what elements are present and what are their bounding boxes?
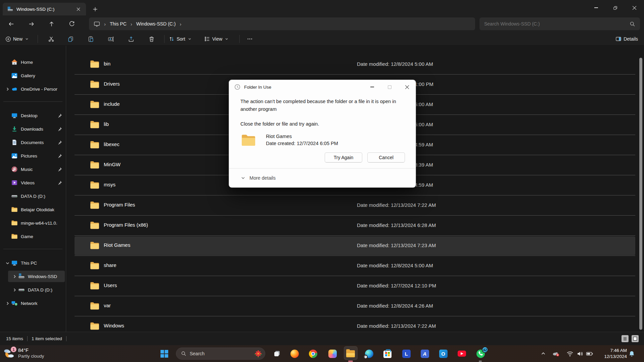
sidebar-item-videos[interactable]: Videos xyxy=(1,177,65,188)
wifi-tray-button[interactable] xyxy=(566,350,573,357)
dialog-close-button[interactable] xyxy=(398,80,416,94)
chrome-button[interactable] xyxy=(309,349,317,358)
task-view-icon xyxy=(274,350,280,357)
sidebar-item-home[interactable]: Home xyxy=(1,56,65,68)
sidebar-item-data-d-d[interactable]: DATA D (D:) xyxy=(8,284,65,296)
expand-chevron-icon[interactable] xyxy=(4,261,11,265)
breadcrumb[interactable]: › This PC › Windows-SSD (C:) › xyxy=(89,17,475,30)
sidebar-item-mingw-w64-v11-0-0[interactable]: mingw-w64-v11.0.0 xyxy=(1,217,65,229)
window-minimize-button[interactable] xyxy=(587,0,606,15)
crumb-current-drive[interactable]: Windows-SSD (C:) xyxy=(136,21,176,27)
app-a-button[interactable]: A xyxy=(420,349,429,358)
up-button[interactable] xyxy=(45,17,58,31)
window-close-button[interactable] xyxy=(625,0,644,15)
file-row-bin[interactable]: bin Date modified: 12/8/2024 5:00 AM xyxy=(66,54,644,75)
file-explorer-button[interactable] xyxy=(346,349,355,358)
sidebar-item-label: Gallery xyxy=(21,73,57,78)
search-input[interactable] xyxy=(484,21,630,27)
sidebar-item-downloads[interactable]: Downloads xyxy=(1,123,65,135)
sidebar-item-windows-ssd-c[interactable]: Windows-SSD (C:) xyxy=(8,271,65,282)
window-restore-button[interactable] xyxy=(606,0,625,15)
back-button[interactable] xyxy=(4,17,18,31)
vertical-scrollbar[interactable] xyxy=(639,58,642,330)
search-box[interactable] xyxy=(479,17,640,30)
cancel-button[interactable]: Cancel xyxy=(367,152,405,163)
folder-icon xyxy=(90,281,100,290)
sidebar-item-game[interactable]: Game xyxy=(1,231,65,242)
weather-widget[interactable]: 1 84°F Partly cloudy xyxy=(3,347,44,360)
sidebar-item-desktop[interactable]: Desktop xyxy=(1,110,65,121)
sidebar-item-belajar-otodidak[interactable]: Belajar Otodidak xyxy=(1,204,65,215)
new-tab-button[interactable] xyxy=(91,5,99,13)
sidebar-item-documents[interactable]: Documents xyxy=(1,137,65,148)
expand-chevron-icon[interactable] xyxy=(11,288,18,292)
search-icon[interactable] xyxy=(630,21,635,27)
cut-button[interactable] xyxy=(45,33,57,45)
large-icons-view-button[interactable] xyxy=(632,335,639,342)
sidebar-item-this-pc[interactable]: This PC xyxy=(1,257,65,269)
view-button[interactable]: View xyxy=(204,32,228,46)
copy-button[interactable] xyxy=(64,33,77,45)
notifications-button[interactable] xyxy=(628,350,635,357)
poinsettia-icon xyxy=(254,350,262,358)
crumb-this-pc[interactable]: This PC xyxy=(110,21,127,27)
file-row-program-files-x86[interactable]: Program Files (x86) Date modified: 12/13… xyxy=(66,216,644,236)
rename-button[interactable] xyxy=(105,33,117,45)
hidden-icons-button[interactable] xyxy=(540,350,547,357)
chevron-down-icon xyxy=(241,176,245,180)
task-view-button[interactable] xyxy=(273,349,281,358)
sidebar-item-label: DATA D (D:) xyxy=(21,194,57,199)
outlook-button[interactable]: O xyxy=(439,349,448,358)
file-row-riot-games[interactable]: Riot Games Date modified: 12/13/2024 7:2… xyxy=(66,236,644,256)
edge-button[interactable] xyxy=(365,349,373,358)
file-name: include xyxy=(104,101,120,107)
chevron-down-icon xyxy=(25,37,29,41)
sidebar-item-data-d-d[interactable]: DATA D (D:) xyxy=(1,190,65,202)
details-view-button[interactable] xyxy=(622,335,629,342)
folder-icon xyxy=(11,220,18,226)
share-button[interactable] xyxy=(125,33,137,45)
dialog-item-date-created: Date created: 12/7/2024 6:05 PM xyxy=(266,140,338,147)
sort-button[interactable]: Sort xyxy=(169,32,191,46)
file-row-users[interactable]: Users Date modified: 12/7/2024 12:10 PM xyxy=(66,276,644,296)
firefox-button[interactable] xyxy=(290,349,299,358)
expand-chevron-icon[interactable] xyxy=(11,275,18,278)
file-row-program-files[interactable]: Program Files Date modified: 12/13/2024 … xyxy=(66,195,644,216)
tab-close-icon[interactable] xyxy=(74,5,83,13)
explorer-tab[interactable]: Windows-SSD (C:) xyxy=(3,3,86,15)
more-details-toggle[interactable]: More details xyxy=(229,168,416,187)
try-again-button[interactable]: Try Again xyxy=(325,152,362,163)
dialog-minimize-button[interactable] xyxy=(363,80,381,94)
explorer-toolbar: New Sort View xyxy=(0,32,644,46)
sidebar-item-onedrive-persona[interactable]: OneDrive - Persona xyxy=(1,83,65,95)
refresh-button[interactable] xyxy=(65,17,79,31)
whatsapp-button[interactable]: 42 xyxy=(476,349,485,358)
more-options-button[interactable] xyxy=(244,33,256,45)
battery-tray-button[interactable] xyxy=(586,350,593,357)
taskbar-search[interactable]: Search xyxy=(176,348,265,360)
app-l-button[interactable]: L xyxy=(402,349,411,358)
youtube-button[interactable] xyxy=(457,349,466,358)
paste-icon xyxy=(88,36,94,42)
explorer-titlebar: Windows-SSD (C:) xyxy=(0,0,644,15)
sidebar-item-network[interactable]: Network xyxy=(1,298,65,309)
sidebar-item-gallery[interactable]: Gallery xyxy=(1,70,65,81)
expand-chevron-icon[interactable] xyxy=(4,302,11,305)
microsoft-store-button[interactable] xyxy=(383,349,392,358)
sidebar-item-music[interactable]: Music xyxy=(1,164,65,175)
sidebar-item-pictures[interactable]: Pictures xyxy=(1,150,65,162)
paste-button[interactable] xyxy=(85,33,97,45)
file-row-var[interactable]: var Date modified: 12/8/2024 4:26 AM xyxy=(66,296,644,316)
forward-button[interactable] xyxy=(25,17,38,31)
file-row-share[interactable]: share Date modified: 12/8/2024 5:00 AM xyxy=(66,256,644,276)
volume-tray-button[interactable] xyxy=(576,350,584,357)
details-pane-button[interactable]: Details xyxy=(615,32,638,46)
new-button[interactable]: New xyxy=(5,32,29,46)
taskbar-clock[interactable]: 7:46 AM 12/13/2024 xyxy=(604,348,627,360)
expand-chevron-icon[interactable] xyxy=(4,87,11,91)
onedrive-tray-button[interactable] xyxy=(552,350,559,357)
copilot-button[interactable] xyxy=(328,349,337,358)
start-button[interactable] xyxy=(160,349,169,358)
delete-button[interactable] xyxy=(145,33,157,45)
crumb-separator: › xyxy=(180,21,181,27)
